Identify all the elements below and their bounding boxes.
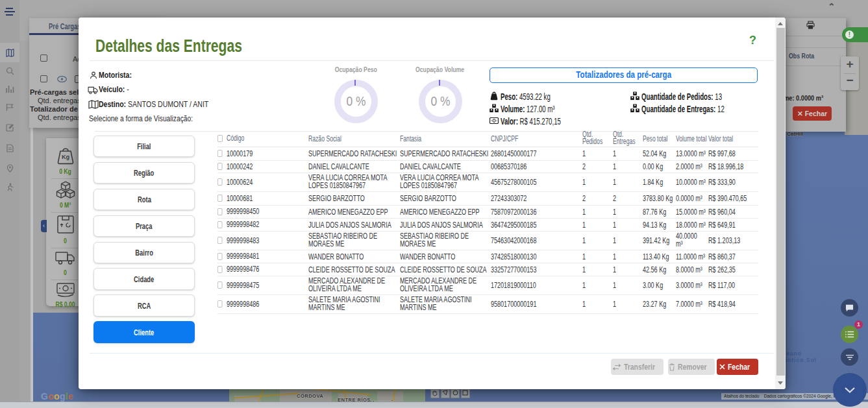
svg-text:Kg: Kg [62,154,69,160]
